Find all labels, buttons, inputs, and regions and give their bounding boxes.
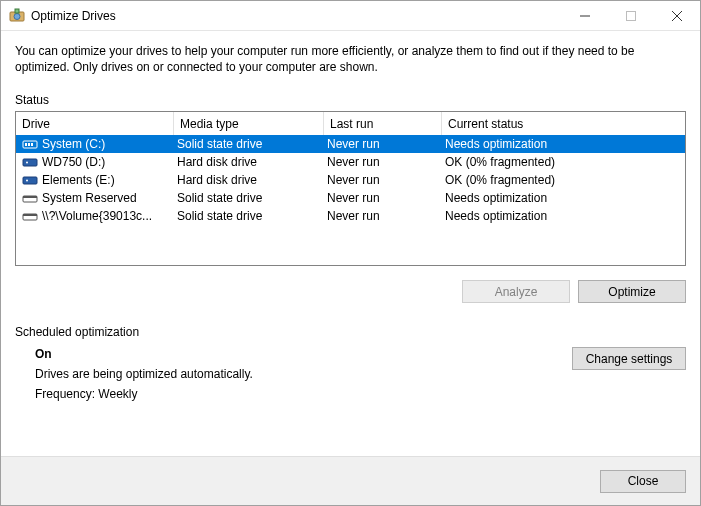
table-row[interactable]: \\?\Volume{39013c...Solid state driveNev… — [16, 207, 685, 225]
schedule-heading: Scheduled optimization — [15, 325, 686, 339]
svg-rect-10 — [23, 177, 37, 184]
drive-last: Never run — [324, 173, 442, 187]
optimize-button[interactable]: Optimize — [578, 280, 686, 303]
drive-media: Hard disk drive — [174, 173, 324, 187]
svg-rect-7 — [31, 143, 33, 146]
title-bar: Optimize Drives — [1, 1, 700, 31]
col-status[interactable]: Current status — [442, 112, 685, 135]
drive-last: Never run — [324, 209, 442, 223]
drive-last: Never run — [324, 137, 442, 151]
drive-media: Solid state drive — [174, 191, 324, 205]
status-label: Status — [15, 93, 686, 107]
svg-point-11 — [26, 180, 28, 182]
drive-status: Needs optimization — [442, 137, 685, 151]
app-icon — [9, 8, 25, 24]
drive-name: System (C:) — [42, 137, 105, 151]
col-last[interactable]: Last run — [324, 112, 442, 135]
svg-rect-5 — [25, 143, 27, 146]
drive-status: Needs optimization — [442, 191, 685, 205]
intro-text: You can optimize your drives to help you… — [15, 43, 686, 75]
drives-list[interactable]: Drive Media type Last run Current status… — [15, 111, 686, 266]
drive-media: Hard disk drive — [174, 155, 324, 169]
drive-name: \\?\Volume{39013c... — [42, 209, 152, 223]
drive-icon — [22, 138, 38, 150]
svg-rect-6 — [28, 143, 30, 146]
col-media[interactable]: Media type — [174, 112, 324, 135]
drive-media: Solid state drive — [174, 209, 324, 223]
svg-rect-2 — [15, 9, 19, 13]
drive-icon — [22, 192, 38, 204]
drive-status: Needs optimization — [442, 209, 685, 223]
svg-rect-13 — [23, 196, 37, 198]
svg-point-1 — [14, 13, 20, 19]
svg-rect-8 — [23, 159, 37, 166]
drive-icon — [22, 174, 38, 186]
footer: Close — [1, 456, 700, 505]
schedule-state: On — [35, 347, 572, 361]
drive-last: Never run — [324, 191, 442, 205]
change-settings-button[interactable]: Change settings — [572, 347, 686, 370]
drive-icon — [22, 210, 38, 222]
table-row[interactable]: WD750 (D:)Hard disk driveNever runOK (0%… — [16, 153, 685, 171]
svg-rect-3 — [627, 11, 636, 20]
drive-name: Elements (E:) — [42, 173, 115, 187]
close-button[interactable]: Close — [600, 470, 686, 493]
svg-point-9 — [26, 162, 28, 164]
drive-icon — [22, 156, 38, 168]
schedule-freq: Frequency: Weekly — [35, 387, 572, 401]
drive-status: OK (0% fragmented) — [442, 173, 685, 187]
analyze-button: Analyze — [462, 280, 570, 303]
svg-rect-15 — [23, 214, 37, 216]
col-drive[interactable]: Drive — [16, 112, 174, 135]
drive-last: Never run — [324, 155, 442, 169]
close-window-button[interactable] — [654, 1, 700, 30]
table-row[interactable]: System (C:)Solid state driveNever runNee… — [16, 135, 685, 153]
maximize-button — [608, 1, 654, 30]
drive-name: System Reserved — [42, 191, 137, 205]
list-header: Drive Media type Last run Current status — [16, 112, 685, 135]
window-title: Optimize Drives — [31, 9, 116, 23]
table-row[interactable]: Elements (E:)Hard disk driveNever runOK … — [16, 171, 685, 189]
drive-status: OK (0% fragmented) — [442, 155, 685, 169]
drive-name: WD750 (D:) — [42, 155, 105, 169]
table-row[interactable]: System ReservedSolid state driveNever ru… — [16, 189, 685, 207]
drive-media: Solid state drive — [174, 137, 324, 151]
minimize-button[interactable] — [562, 1, 608, 30]
schedule-desc: Drives are being optimized automatically… — [35, 367, 572, 381]
